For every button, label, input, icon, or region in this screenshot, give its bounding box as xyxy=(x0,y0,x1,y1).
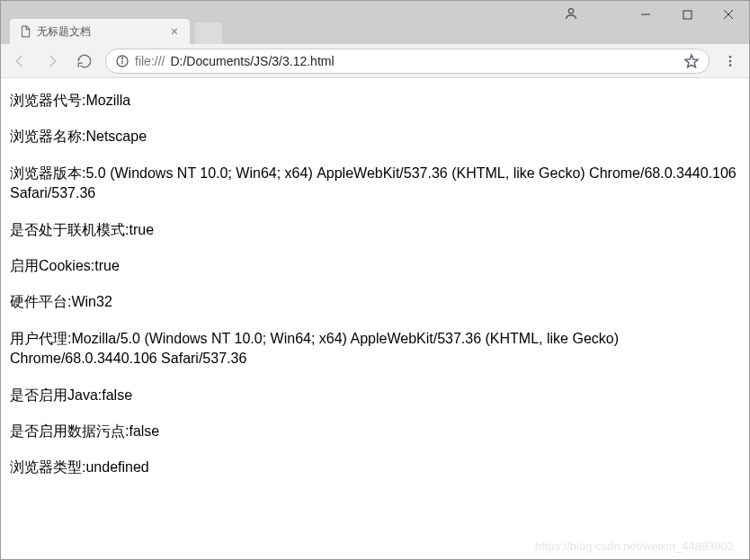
forward-button[interactable] xyxy=(40,49,64,73)
info-line: 用户代理:Mozilla/5.0 (Windows NT 10.0; Win64… xyxy=(10,329,740,369)
maximize-button[interactable] xyxy=(666,1,708,28)
menu-button[interactable] xyxy=(719,54,742,68)
info-line: 启用Cookies:true xyxy=(10,256,740,276)
svg-rect-2 xyxy=(683,11,692,19)
value: Mozilla xyxy=(85,93,130,108)
back-button[interactable] xyxy=(8,49,31,73)
label: 硬件平台: xyxy=(10,294,71,309)
value: Netscape xyxy=(85,129,147,144)
label: 浏览器代号: xyxy=(10,93,85,108)
value: Win32 xyxy=(71,294,112,309)
url-scheme: file:/// xyxy=(135,54,165,68)
browser-tab[interactable]: 无标题文档 × xyxy=(10,19,190,44)
label: 浏览器类型: xyxy=(10,459,85,475)
label: 启用Cookies: xyxy=(10,258,94,273)
value: undefined xyxy=(85,459,148,475)
label: 浏览器名称: xyxy=(10,129,85,144)
page-content: 浏览器代号:Mozilla 浏览器名称:Netscape 浏览器版本:5.0 (… xyxy=(1,78,749,507)
url-path: D:/Documents/JS/3/3.12.html xyxy=(170,54,334,68)
label: 是否启用Java: xyxy=(10,387,102,403)
value: false xyxy=(102,387,132,403)
info-line: 硬件平台:Win32 xyxy=(10,292,740,312)
info-line: 是否启用Java:false xyxy=(10,386,740,405)
value: true xyxy=(94,258,120,273)
reload-button[interactable] xyxy=(73,49,96,73)
address-bar[interactable]: file:///D:/Documents/JS/3/3.12.html xyxy=(105,49,710,74)
value: true xyxy=(129,222,154,237)
info-line: 是否处于联机模式:true xyxy=(10,220,740,240)
tab-strip: 无标题文档 × xyxy=(1,1,222,44)
value: 5.0 (Windows NT 10.0; Win64; x64) AppleW… xyxy=(10,165,737,200)
bookmark-icon[interactable] xyxy=(683,53,700,69)
site-info-icon[interactable] xyxy=(115,54,129,68)
close-window-button[interactable] xyxy=(708,1,749,28)
svg-point-7 xyxy=(121,58,122,58)
info-line: 浏览器代号:Mozilla xyxy=(10,91,740,111)
value: Mozilla/5.0 (Windows NT 10.0; Win64; x64… xyxy=(10,331,619,366)
minimize-button[interactable] xyxy=(625,1,666,28)
close-tab-icon[interactable]: × xyxy=(168,24,181,39)
label: 是否启用数据污点: xyxy=(10,423,129,439)
info-line: 是否启用数据污点:false xyxy=(10,422,740,441)
value: false xyxy=(129,423,159,439)
info-line: 浏览器名称:Netscape xyxy=(10,127,740,147)
profile-icon[interactable] xyxy=(564,6,578,21)
tab-title: 无标题文档 xyxy=(37,24,91,40)
label: 用户代理: xyxy=(10,331,71,346)
window-titlebar: 无标题文档 × xyxy=(1,1,749,44)
new-tab-button[interactable] xyxy=(195,22,222,44)
svg-point-0 xyxy=(568,9,573,13)
svg-point-8 xyxy=(729,56,732,58)
label: 浏览器版本: xyxy=(10,165,85,181)
label: 是否处于联机模式: xyxy=(10,222,129,237)
info-line: 浏览器类型:undefined xyxy=(10,458,740,477)
svg-point-10 xyxy=(729,64,732,67)
window-controls xyxy=(625,1,749,28)
watermark: https://blog.csdn.net/weixin_44893902 xyxy=(535,539,734,553)
browser-toolbar: file:///D:/Documents/JS/3/3.12.html xyxy=(1,44,749,78)
info-line: 浏览器版本:5.0 (Windows NT 10.0; Win64; x64) … xyxy=(10,164,740,204)
file-icon xyxy=(19,25,31,38)
svg-point-9 xyxy=(729,59,732,62)
